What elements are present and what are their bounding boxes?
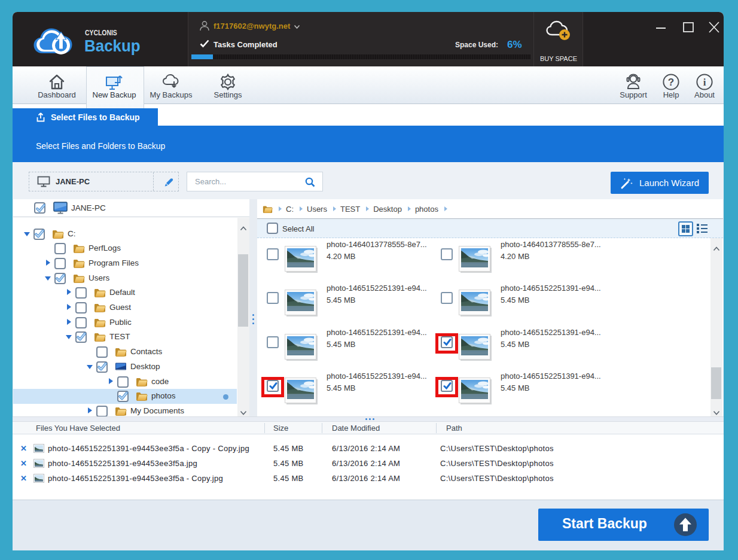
svg-text:i: i [703,77,706,88]
svg-text:?: ? [668,77,674,88]
